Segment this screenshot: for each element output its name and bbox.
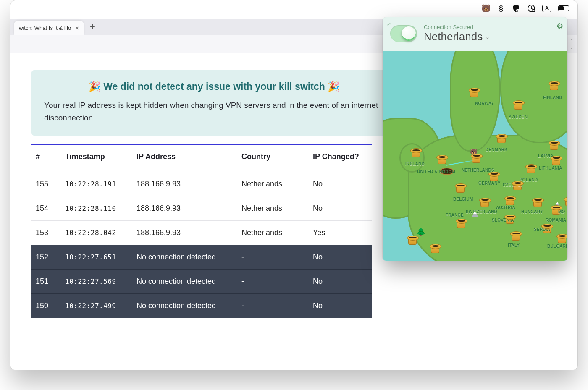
cell-index: 153 <box>36 228 65 237</box>
location-name: Netherlands <box>424 30 483 43</box>
table-row-partial <box>32 169 372 172</box>
cell-timestamp: 10:22:27.499 <box>65 302 136 310</box>
banner-headline: 🎉 We did not detect any issue with your … <box>44 81 384 92</box>
country-label: NORWAY <box>475 101 494 106</box>
table-row: 15410:22:28.110188.166.9.93NetherlandsNo <box>32 196 372 221</box>
table-row: 15510:22:28.191188.166.9.93NetherlandsNo <box>32 172 372 196</box>
country-label: ITALY <box>508 243 520 248</box>
country-label: GERMANY <box>478 181 501 186</box>
expand-icon[interactable]: ⤢ <box>387 21 391 27</box>
tab-title: witch: What Is It & Ho <box>19 25 71 31</box>
cell-index: 151 <box>36 277 65 286</box>
country-pipe[interactable] <box>496 134 507 143</box>
country-pipe[interactable] <box>549 141 559 150</box>
table-header-row: # Timestamp IP Address Country IP Change… <box>32 145 372 169</box>
svg-text:!: ! <box>517 9 518 12</box>
cell-changed: No <box>313 253 368 262</box>
country-pipe[interactable] <box>410 148 421 157</box>
col-country: Country <box>242 152 313 161</box>
cell-ip: No connection detected <box>136 277 242 286</box>
country-pipe[interactable] <box>471 154 482 163</box>
table-row: 15310:22:28.042188.166.9.93NetherlandsYe… <box>32 221 372 245</box>
cell-ip: No connection detected <box>136 301 242 310</box>
country-pipe[interactable] <box>455 183 466 193</box>
country-pipe[interactable] <box>551 156 562 165</box>
cell-country: - <box>242 277 313 286</box>
country-pipe[interactable] <box>549 81 559 90</box>
country-pipe[interactable] <box>504 196 515 205</box>
country-pipe[interactable] <box>525 164 536 173</box>
country-pipe[interactable] <box>436 155 447 164</box>
cell-changed: No <box>313 301 368 310</box>
country-label: FINLAND <box>543 95 562 100</box>
bear-icon: 🐻 <box>470 148 477 155</box>
country-pipe[interactable] <box>513 100 524 110</box>
vpn-popover: ⤢ ⚙ Connection Secured Netherlands ⌄ <box>383 17 567 261</box>
cell-changed: No <box>313 180 368 188</box>
country-pipe[interactable] <box>479 198 490 207</box>
chevron-down-icon: ⌄ <box>485 34 490 40</box>
cell-index: 150 <box>36 301 65 310</box>
country-label: HUNGARY <box>521 209 543 214</box>
table-row: 15210:22:27.651No connection detected-No <box>32 245 372 270</box>
cell-country: - <box>242 253 313 262</box>
col-ip: IP Address <box>136 152 242 161</box>
clock-icon[interactable] <box>527 4 536 13</box>
country-label: SWEDEN <box>509 115 528 119</box>
vpn-bear-icon[interactable]: 🐻 <box>482 4 490 13</box>
cell-timestamp: 10:22:27.651 <box>65 253 136 261</box>
cell-timestamp: 10:22:28.191 <box>65 180 136 188</box>
cell-country: Netherlands <box>242 228 313 237</box>
cell-country: - <box>242 301 313 310</box>
connection-status: Connection Secured <box>424 24 490 30</box>
close-tab-icon[interactable]: × <box>75 24 79 31</box>
country-label: DENMARK <box>486 147 508 152</box>
cell-index: 155 <box>36 180 65 188</box>
country-pipe[interactable] <box>469 88 480 97</box>
country-pipe[interactable] <box>488 172 499 181</box>
location-selector[interactable]: Netherlands ⌄ <box>424 30 490 43</box>
cell-country: Netherlands <box>242 180 313 188</box>
vpn-map[interactable]: 🐻 🌲 NORWAYSWEDENFINLANDLATVIALITHUANIADE… <box>383 51 567 261</box>
section-icon[interactable]: § <box>497 4 505 13</box>
connection-toggle[interactable] <box>390 25 417 42</box>
col-index: # <box>36 152 65 161</box>
country-label: BELGIUM <box>453 197 473 202</box>
malware-icon[interactable]: ! <box>512 4 520 13</box>
cell-timestamp: 10:22:28.042 <box>65 229 136 237</box>
table-row: 15010:22:27.499No connection detected-No <box>32 294 372 318</box>
country-pipe[interactable] <box>407 236 418 245</box>
cell-timestamp: 10:22:27.569 <box>65 277 136 285</box>
country-label: UNITED KINGDOM <box>417 169 455 174</box>
cell-index: 152 <box>36 253 65 262</box>
cell-country: Netherlands <box>242 204 313 213</box>
new-tab-button[interactable]: + <box>90 21 95 32</box>
col-timestamp: Timestamp <box>65 152 136 161</box>
cell-changed: Yes <box>313 228 368 237</box>
browser-tab[interactable]: witch: What Is It & Ho × <box>14 21 84 35</box>
country-pipe[interactable] <box>456 219 467 228</box>
cell-changed: No <box>313 204 368 213</box>
country-label: ROMANIA <box>546 218 566 222</box>
battery-icon[interactable] <box>558 5 569 11</box>
cell-ip: No connection detected <box>136 253 242 262</box>
country-label: FRANCE <box>446 213 464 217</box>
country-pipe[interactable] <box>430 244 441 253</box>
country-label: IRELAND <box>405 162 425 166</box>
cell-ip: 188.166.9.93 <box>136 180 242 188</box>
cell-changed: No <box>313 277 368 286</box>
country-label: LITHUANIA <box>539 166 562 170</box>
keyboard-input-icon[interactable]: A <box>542 5 551 12</box>
country-pipe[interactable] <box>510 231 521 241</box>
cell-timestamp: 10:22:28.110 <box>65 204 136 212</box>
country-pipe[interactable] <box>532 198 543 207</box>
country-label: SWITZERLAND <box>466 209 497 214</box>
tree-icon: 🌲 <box>416 227 425 236</box>
country-pipe[interactable] <box>556 234 567 243</box>
gear-icon[interactable]: ⚙ <box>556 21 563 31</box>
banner-body: Your real IP address is kept hidden when… <box>44 99 384 125</box>
cell-ip: 188.166.9.93 <box>136 228 242 237</box>
menubar: 🐻 § ! A <box>482 3 569 14</box>
result-banner: 🎉 We did not detect any issue with your … <box>32 70 397 136</box>
country-pipe[interactable] <box>564 197 567 206</box>
